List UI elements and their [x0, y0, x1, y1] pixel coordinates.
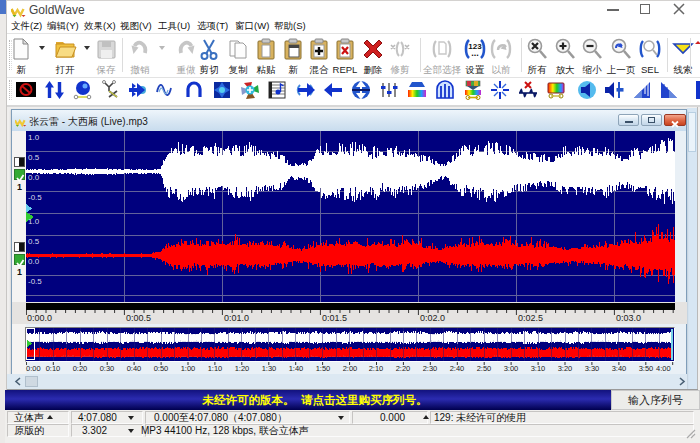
svg-text:...: ... [471, 48, 479, 58]
